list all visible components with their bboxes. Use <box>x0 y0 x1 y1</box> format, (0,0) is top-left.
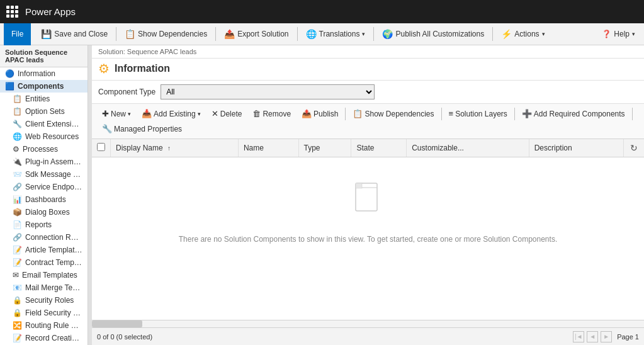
refresh-button[interactable]: ↻ <box>629 142 639 154</box>
th-checkbox[interactable] <box>92 139 111 157</box>
contract-templates-icon: 📝 <box>13 258 22 267</box>
sidebar-item-label: Field Security Profiles <box>25 308 82 317</box>
dashboards-icon: 📊 <box>13 195 22 204</box>
sidebar-item-label: Routing Rule Sets <box>25 321 82 330</box>
bottom-bar: 0 of 0 (0 selected) |◄ ◄ ► Page 1 <box>92 327 644 345</box>
sidebar-item-contract-templates[interactable]: 📝 Contract Templates <box>0 256 88 269</box>
dependencies-icon: 📋 <box>125 29 135 39</box>
action-separator-4 <box>632 108 633 120</box>
sidebar-item-option-sets[interactable]: 📋 Option Sets <box>0 105 88 118</box>
prev-page-button[interactable]: ◄ <box>587 331 598 342</box>
add-existing-button[interactable]: 📥 Add Existing ▾ <box>137 106 206 121</box>
managed-properties-button[interactable]: 🔧 Managed Properties <box>97 122 187 136</box>
action-separator-3 <box>514 108 515 120</box>
sidebar-item-label: Option Sets <box>25 107 65 116</box>
export-solution-button[interactable]: 📤 Export Solution <box>219 26 293 42</box>
sort-icon: ↑ <box>167 145 171 152</box>
component-type-bar: Component Type All Entities Option Sets … <box>92 81 644 104</box>
sidebar-item-label: Dialog Boxes <box>25 208 70 217</box>
data-table: Display Name ↑ Name Type State <box>92 139 644 269</box>
sidebar-item-sdk-message[interactable]: 📨 Sdk Message Processi... <box>0 168 88 181</box>
article-templates-icon: 📝 <box>13 246 22 254</box>
component-type-select[interactable]: All Entities Option Sets Web Resources P… <box>161 84 375 99</box>
sidebar-item-security-roles[interactable]: 🔒 Security Roles <box>0 294 88 307</box>
page-label: Page 1 <box>617 333 639 341</box>
web-resources-icon: 🌐 <box>13 132 22 141</box>
page-header: ⚙ Information <box>92 59 644 81</box>
toolbar-separator-2 <box>215 27 216 41</box>
translations-icon: 🌐 <box>306 29 317 39</box>
publish-all-button[interactable]: 🌍 Publish All Customizations <box>377 26 489 42</box>
delete-button[interactable]: ✕ Delete <box>206 106 247 121</box>
plugin-assemblies-icon: 🔌 <box>13 157 22 166</box>
empty-text: There are no Solution Components to show… <box>179 235 557 244</box>
sidebar-item-client-extensions[interactable]: 🔧 Client Extensions <box>0 118 88 130</box>
app-grid-icon[interactable] <box>6 6 19 18</box>
select-all-checkbox[interactable] <box>97 143 105 151</box>
show-dependencies-action-button[interactable]: 📋 Show Dependencies <box>347 106 439 121</box>
managed-properties-icon: 🔧 <box>102 124 112 133</box>
first-page-button[interactable]: |◄ <box>573 331 584 342</box>
sidebar-item-web-resources[interactable]: 🌐 Web Resources <box>0 130 88 143</box>
table-container[interactable]: Display Name ↑ Name Type State <box>92 139 644 320</box>
empty-icon <box>353 183 383 225</box>
sidebar-item-field-security[interactable]: 🔒 Field Security Profiles <box>0 307 88 319</box>
delete-icon: ✕ <box>212 109 218 118</box>
sidebar-item-components[interactable]: 🟦 Components <box>0 80 88 93</box>
entities-icon: 📋 <box>13 94 22 103</box>
publish-button[interactable]: 📤 Publish <box>297 106 343 121</box>
service-endpoints-icon: 🔗 <box>13 183 22 191</box>
sidebar-item-routing-rule-sets[interactable]: 🔀 Routing Rule Sets <box>0 319 88 332</box>
toolbar-separator-1 <box>116 27 116 41</box>
sidebar-item-record-creation[interactable]: 📝 Record Creation and U... <box>0 332 88 344</box>
file-button[interactable]: File <box>4 23 31 45</box>
help-icon: ❓ <box>602 30 611 38</box>
sidebar-item-entities[interactable]: 📋 Entities <box>0 93 88 105</box>
page-header-icon: ⚙ <box>98 61 110 76</box>
scrollbar-thumb <box>92 320 142 327</box>
sdk-message-icon: 📨 <box>13 170 22 179</box>
components-icon: 🟦 <box>5 82 14 91</box>
sidebar-item-dialog-boxes[interactable]: 📦 Dialog Boxes <box>0 206 88 218</box>
sidebar-item-plugin-assemblies[interactable]: 🔌 Plug-in Assemblies <box>0 156 88 168</box>
sidebar-item-label: Web Resources <box>25 132 79 141</box>
th-customizable: Customizable... <box>407 139 529 157</box>
app-title: Power Apps <box>25 6 76 17</box>
page-title: Information <box>115 63 170 74</box>
solution-layers-button[interactable]: ≡ Solution Layers <box>444 106 512 121</box>
action-toolbar: ✚ New ▾ 📥 Add Existing ▾ ✕ Delete 🗑 Remo… <box>92 104 644 139</box>
record-creation-icon: 📝 <box>13 334 22 342</box>
sidebar-item-label: Security Roles <box>25 296 74 305</box>
new-dropdown-arrow: ▾ <box>128 111 131 117</box>
actions-button[interactable]: ⚡ Actions ▾ <box>496 26 550 42</box>
save-close-button[interactable]: 💾 Save and Close <box>36 26 113 42</box>
next-page-button[interactable]: ► <box>601 331 612 342</box>
sidebar-item-information[interactable]: 🔵 Information <box>0 67 88 80</box>
sidebar-item-dashboards[interactable]: 📊 Dashboards <box>0 193 88 206</box>
information-icon: 🔵 <box>5 69 14 78</box>
sidebar-item-mail-merge[interactable]: 📧 Mail Merge Templates <box>0 281 88 294</box>
sidebar-item-service-endpoints[interactable]: 🔗 Service Endpoints <box>0 181 88 193</box>
th-display-name[interactable]: Display Name ↑ <box>111 139 239 157</box>
translations-button[interactable]: 🌐 Translations ▾ <box>301 26 371 42</box>
page-nav: |◄ ◄ ► Page 1 <box>573 331 639 342</box>
actions-dropdown-arrow: ▾ <box>542 31 545 37</box>
new-button[interactable]: ✚ New ▾ <box>97 106 136 121</box>
help-button[interactable]: ❓ Help ▾ <box>597 27 640 41</box>
security-roles-icon: 🔒 <box>13 296 22 305</box>
sidebar-item-connection-roles[interactable]: 🔗 Connection Roles <box>0 231 88 244</box>
add-existing-dropdown-arrow: ▾ <box>198 111 201 117</box>
export-icon: 📤 <box>224 29 235 39</box>
sidebar-item-article-templates[interactable]: 📝 Article Templates <box>0 244 88 256</box>
sidebar-item-label: Entities <box>25 94 50 103</box>
sidebar-item-label: Reports <box>25 220 52 229</box>
add-required-button[interactable]: ➕ Add Required Components <box>517 106 630 121</box>
sidebar-item-reports[interactable]: 📄 Reports <box>0 218 88 231</box>
horizontal-scrollbar[interactable] <box>92 320 644 327</box>
show-dependencies-toolbar-button[interactable]: 📋 Show Dependencies <box>120 26 212 42</box>
sidebar-item-label: Information <box>18 69 55 78</box>
remove-button[interactable]: 🗑 Remove <box>247 106 296 121</box>
sidebar-item-email-templates[interactable]: ✉ Email Templates <box>0 269 88 281</box>
mail-merge-icon: 📧 <box>13 283 22 292</box>
sidebar-item-processes[interactable]: ⚙ Processes <box>0 143 88 156</box>
